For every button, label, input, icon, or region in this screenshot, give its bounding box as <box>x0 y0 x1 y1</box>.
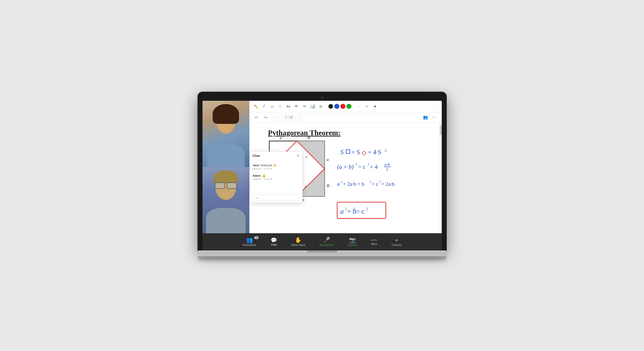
participants-icon: 👥 <box>246 237 253 243</box>
controls-button[interactable]: ＋ Controls <box>384 236 409 248</box>
page-indicator: 1 / 10 <box>283 115 295 120</box>
delete-tool-button[interactable]: ⊠ <box>317 103 324 110</box>
svg-text:= S: = S <box>351 148 360 155</box>
color-red-button[interactable] <box>340 104 345 109</box>
svg-text:2: 2 <box>354 207 355 211</box>
svg-text:a: a <box>280 135 282 140</box>
svg-text:2: 2 <box>345 207 347 211</box>
svg-text:B: B <box>326 183 329 188</box>
camera-button[interactable]: 📷 Camera <box>341 236 364 248</box>
participants-label: Participants <box>242 244 256 246</box>
toolbar: ✏️ / ▭ ○ Aa ✒ ✂ 📊 ⊠ <box>249 101 442 112</box>
chat-button[interactable]: 💬 Chat <box>264 236 284 248</box>
svg-text:2: 2 <box>366 207 368 211</box>
next-page-button[interactable]: › <box>297 114 303 120</box>
toolbar-separator-2 <box>353 104 354 109</box>
svg-text:a: a <box>326 157 328 162</box>
nav-bar: ↩ ↪ ‹ 1 / 10 › 👥 ··· <box>249 112 442 123</box>
svg-text:a: a <box>337 181 340 187</box>
chat-label: Chat <box>271 243 277 246</box>
pencil-tool-button[interactable]: ✏️ <box>252 103 260 110</box>
svg-text:S: S <box>340 148 343 155</box>
video-slot-jane <box>203 101 249 167</box>
controls-label: Controls <box>392 244 402 246</box>
chat-panel: Chat × Jane: Great job 👋 09/23/21 - 21:2… <box>249 152 303 203</box>
participants-icon-button[interactable]: 👥 <box>422 114 429 121</box>
laptop-screen: Chat × Jane: Great job 👋 09/23/21 - 21:2… <box>203 101 442 250</box>
chat-icon: 💬 <box>271 238 277 243</box>
chat-sender-adam: Adam: <box>253 174 262 177</box>
chat-input[interactable] <box>252 195 300 201</box>
dot-size-large-button[interactable]: ● <box>372 103 379 110</box>
chat-text-adam: 👍 <box>262 174 266 177</box>
dot-size-small-button[interactable]: ● <box>355 103 362 110</box>
redo-button[interactable]: ↪ <box>262 114 269 121</box>
chat-title: Chat <box>253 154 260 158</box>
chat-input-area[interactable] <box>250 193 302 203</box>
svg-text:c: c <box>305 154 307 159</box>
svg-text:c: c <box>305 184 307 189</box>
chat-sender-jane: Jane: <box>253 164 261 167</box>
screen-bezel: Chat × Jane: Great job 👋 09/23/21 - 21:2… <box>198 92 446 250</box>
text-tool-button[interactable]: Aa <box>285 103 292 110</box>
undo-button[interactable]: ↩ <box>253 114 260 121</box>
microphone-label: Microphone <box>319 244 333 246</box>
svg-text:B: B <box>307 135 310 140</box>
more-label: More <box>371 243 377 245</box>
chart-tool-button[interactable]: 📊 <box>309 103 316 110</box>
svg-text:= c: = c <box>372 181 378 187</box>
pen-tool-button[interactable]: / <box>261 103 268 110</box>
chat-messages: Jane: Great job 👋 09/23/21 - 21:21:15 Ad… <box>250 160 302 193</box>
participants-badge: 32 <box>254 236 259 239</box>
raise-hand-button[interactable]: ✋ Raise Hand <box>284 236 312 248</box>
video-slot-adam <box>203 167 249 233</box>
chat-time-jane: 09/23/21 - 21:21:15 <box>253 168 299 170</box>
microphone-button[interactable]: 🎤 Microphone <box>312 236 340 248</box>
participants-button[interactable]: 👥 Participants 32 <box>235 236 264 248</box>
more-button[interactable]: ••• More <box>364 237 384 247</box>
main-area: Chat × Jane: Great job 👋 09/23/21 - 21:2… <box>203 101 442 233</box>
svg-text:2: 2 <box>341 180 342 183</box>
camera-label: Camera <box>348 244 357 246</box>
highlighter-tool-button[interactable]: ✒ <box>293 103 300 110</box>
svg-text:2: 2 <box>386 167 388 172</box>
svg-text:+ 4·: + 4· <box>370 163 379 170</box>
laptop-foot <box>198 256 446 259</box>
camera-dot <box>321 97 323 99</box>
svg-text:2: 2 <box>367 162 369 166</box>
prev-page-button[interactable]: ‹ <box>275 114 281 120</box>
more-icon: ••• <box>371 238 377 242</box>
color-black-button[interactable] <box>328 104 333 109</box>
screen-content: Chat × Jane: Great job 👋 09/23/21 - 21:2… <box>203 101 442 250</box>
scissors-tool-button[interactable]: ✂ <box>301 103 308 110</box>
scroll-thumb[interactable] <box>440 125 442 135</box>
dot-size-medium-button[interactable]: ● <box>363 103 371 110</box>
more-options-button[interactable]: ··· <box>431 114 438 121</box>
svg-text:2: 2 <box>379 180 381 183</box>
svg-text:= c: = c <box>356 208 364 215</box>
color-green-button[interactable] <box>346 104 352 109</box>
controls-icon: ＋ <box>394 237 399 243</box>
video-panel <box>203 101 249 233</box>
bottom-toolbar: 👥 Participants 32 💬 Chat ✋ Raise Hand 🎤 <box>203 233 442 250</box>
raise-hand-label: Raise Hand <box>291 244 305 246</box>
svg-text:△: △ <box>384 148 387 152</box>
nav-separator <box>272 114 272 120</box>
camera-icon: 📷 <box>349 237 356 243</box>
svg-text:= c: = c <box>358 163 365 170</box>
rectangle-tool-button[interactable]: ▭ <box>269 103 276 110</box>
svg-marker-20 <box>362 151 366 155</box>
chat-text-jane: Great job 👋 <box>261 164 276 167</box>
circle-tool-button[interactable]: ○ <box>277 103 284 110</box>
svg-text:a·b: a·b <box>384 162 390 167</box>
scroll-track <box>440 123 442 233</box>
svg-text:+ 2a·b + b: + 2a·b + b <box>343 181 364 187</box>
microphone-icon: 🎤 <box>323 237 330 243</box>
svg-rect-18 <box>346 149 350 153</box>
chat-time-adam: 09/23/21 - 21:21:26 <box>253 178 299 180</box>
toolbar-separator-1 <box>326 104 326 109</box>
svg-text:2: 2 <box>369 180 371 183</box>
color-blue-button[interactable] <box>334 104 339 109</box>
chat-close-button[interactable]: × <box>297 154 299 158</box>
raise-hand-icon: ✋ <box>295 237 302 243</box>
